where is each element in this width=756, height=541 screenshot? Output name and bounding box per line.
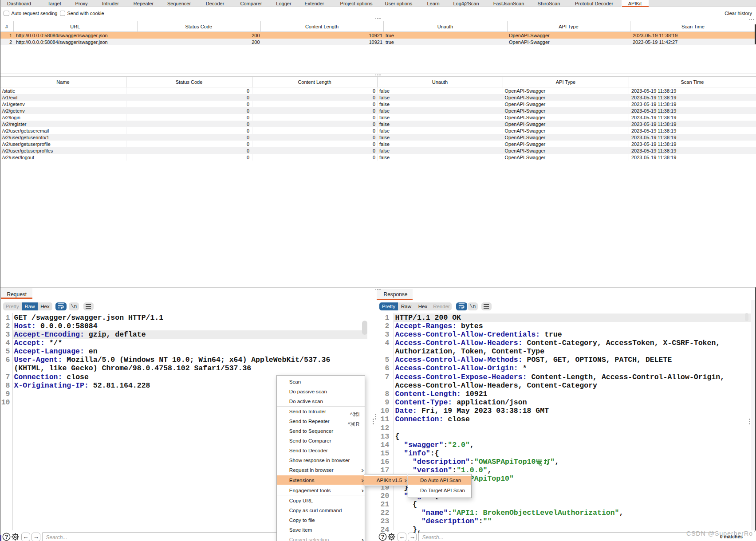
svg-text:?: ? <box>4 534 8 540</box>
svg-text:?: ? <box>381 534 384 540</box>
